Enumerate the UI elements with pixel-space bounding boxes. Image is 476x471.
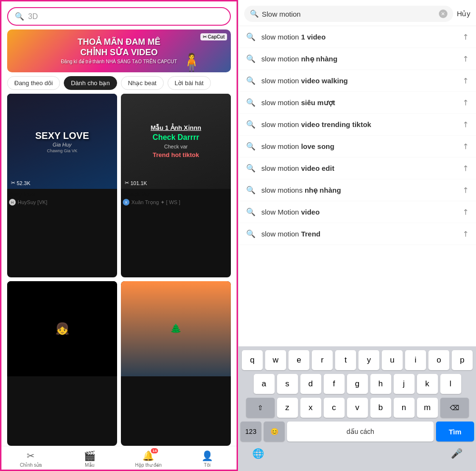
key-o[interactable]: o bbox=[428, 350, 449, 370]
key-q[interactable]: q bbox=[242, 350, 263, 370]
key-u[interactable]: u bbox=[382, 350, 403, 370]
delete-key[interactable]: ⌫ bbox=[440, 398, 469, 418]
banner: THOẢ MÃN ĐAM MÊ CHỈNH SỬA VIDEO Đăng kí … bbox=[7, 29, 231, 72]
key-n[interactable]: n bbox=[394, 398, 415, 418]
key-h[interactable]: h bbox=[370, 374, 391, 394]
right-panel: 🔍 ✕ Hủy 🔍 slow motion 1 video ↗ 🔍 slow m… bbox=[238, 0, 476, 471]
video-card-2[interactable]: Mẫu 1 Ảnh Xịnnn Check Darrrr Check var T… bbox=[121, 94, 231, 277]
left-search-input[interactable] bbox=[28, 12, 223, 21]
emoji-key[interactable]: 😊 bbox=[264, 422, 285, 442]
sugg-search-icon-8: 🔍 bbox=[246, 207, 256, 216]
key-i[interactable]: i bbox=[405, 350, 426, 370]
video-title-1: Sexy love bbox=[9, 191, 115, 198]
key-t[interactable]: t bbox=[335, 350, 356, 370]
kb-row-4: 123 😊 dấu cách Tìm bbox=[240, 422, 474, 442]
sugg-text-8: slow Motion video bbox=[261, 208, 462, 216]
kb-row-1: q w e r t y u i o p bbox=[240, 350, 474, 370]
left-search-bar[interactable]: 🔍 bbox=[7, 7, 231, 26]
right-search-input[interactable] bbox=[262, 10, 436, 18]
sugg-text-0: slow motion 1 video bbox=[261, 33, 462, 41]
sugg-search-icon-7: 🔍 bbox=[246, 186, 256, 195]
kb-row-2: a s d f g h j k l bbox=[240, 374, 474, 394]
capcut-badge: ✂ CapCut bbox=[200, 33, 227, 40]
kb-row-3: ⇧ z x c v b n m ⌫ bbox=[240, 398, 474, 418]
suggestion-list: 🔍 slow motion 1 video ↗ 🔍 slow motion nh… bbox=[238, 26, 476, 346]
suggestion-item-7[interactable]: 🔍 slow motions nhẹ nhàng ↗ bbox=[238, 179, 476, 201]
tab-lyrics[interactable]: Lời bài hát bbox=[168, 76, 211, 90]
right-search-header: 🔍 ✕ Hủy bbox=[238, 0, 476, 26]
video-thumb-3: 👧 bbox=[7, 281, 117, 376]
kb-row-5: 🌐 🎤 bbox=[240, 442, 474, 465]
key-e[interactable]: e bbox=[288, 350, 309, 370]
video-thumb-4: 🌲 bbox=[121, 281, 231, 376]
nav-profile[interactable]: 👤 Tôi bbox=[178, 450, 237, 468]
key-b[interactable]: b bbox=[370, 398, 391, 418]
key-z[interactable]: z bbox=[277, 398, 298, 418]
sugg-text-1: slow motion nhẹ nhàng bbox=[261, 55, 462, 63]
sugg-search-icon-2: 🔍 bbox=[246, 76, 256, 85]
bell-icon: 🔔14 bbox=[142, 450, 154, 461]
key-y[interactable]: y bbox=[358, 350, 379, 370]
search-key[interactable]: Tìm bbox=[436, 422, 474, 442]
key-x[interactable]: x bbox=[300, 398, 321, 418]
template-icon: 🎬 bbox=[84, 450, 96, 461]
nav-template[interactable]: 🎬 Mẫu bbox=[60, 450, 119, 468]
key-v[interactable]: v bbox=[347, 398, 368, 418]
suggestion-item-8[interactable]: 🔍 slow Motion video ↗ bbox=[238, 201, 476, 223]
video-thumb-1: SEXY LOVE Gia Huy Chawng Gia VK ✂ 52.3K bbox=[7, 94, 117, 189]
tab-for-you[interactable]: Dành cho bạn bbox=[64, 76, 117, 90]
key-m[interactable]: m bbox=[417, 398, 438, 418]
search-icon-left: 🔍 bbox=[15, 12, 24, 21]
key-r[interactable]: r bbox=[312, 350, 333, 370]
nav-inbox[interactable]: 🔔14 Hộp thư đến bbox=[119, 450, 178, 468]
video-info-1: Sexy love H HuySuy [VK] bbox=[7, 189, 117, 208]
bottom-nav: ✂ Chỉnh sửa 🎬 Mẫu 🔔14 Hộp thư đến 👤 Tôi bbox=[1, 446, 237, 470]
shift-key[interactable]: ⇧ bbox=[246, 398, 275, 418]
suggestion-item-3[interactable]: 🔍 slow motion siêu mượt ↗ bbox=[238, 92, 476, 114]
num-key[interactable]: 123 bbox=[240, 422, 261, 442]
scissors-icon: ✂ bbox=[27, 450, 35, 461]
sugg-text-5: slow motion love song bbox=[261, 142, 462, 150]
key-d[interactable]: d bbox=[300, 374, 321, 394]
video-card-1[interactable]: SEXY LOVE Gia Huy Chawng Gia VK ✂ 52.3K … bbox=[7, 94, 117, 277]
keyboard: q w e r t y u i o p a s d f g h j k l ⇧ … bbox=[238, 346, 476, 471]
nav-template-label: Mẫu bbox=[85, 462, 94, 468]
suggestion-item-2[interactable]: 🔍 slow motion video walking ↗ bbox=[238, 70, 476, 92]
suggestion-item-9[interactable]: 🔍 slow motion Trend ↗ bbox=[238, 223, 476, 245]
sugg-search-icon-3: 🔍 bbox=[246, 98, 256, 107]
key-k[interactable]: k bbox=[417, 374, 438, 394]
video-info-2: Check Var X Xuân Trọng ✦ [ WS ] bbox=[121, 189, 231, 208]
suggestion-item-0[interactable]: 🔍 slow motion 1 video ↗ bbox=[238, 26, 476, 48]
suggestion-item-1[interactable]: 🔍 slow motion nhẹ nhàng ↗ bbox=[238, 48, 476, 70]
tab-following[interactable]: Đang theo dõi bbox=[7, 76, 60, 90]
key-j[interactable]: j bbox=[394, 374, 415, 394]
tab-music[interactable]: Nhạc beat bbox=[121, 76, 164, 90]
suggestion-item-5[interactable]: 🔍 slow motion love song ↗ bbox=[238, 136, 476, 157]
mic-key[interactable]: 🎤 bbox=[445, 443, 468, 463]
key-a[interactable]: a bbox=[254, 374, 275, 394]
video-stats-2: ✂ 101.1K bbox=[125, 180, 147, 186]
globe-key[interactable]: 🌐 bbox=[246, 443, 270, 463]
sugg-search-icon-9: 🔍 bbox=[246, 229, 256, 238]
suggestion-item-4[interactable]: 🔍 slow motion video trending tiktok ↗ bbox=[238, 114, 476, 136]
video-grid: SEXY LOVE Gia Huy Chawng Gia VK ✂ 52.3K … bbox=[1, 94, 237, 446]
video-card-3[interactable]: 👧 bbox=[7, 281, 117, 446]
right-search-wrap: 🔍 ✕ bbox=[244, 6, 453, 22]
suggestion-item-6[interactable]: 🔍 slow motion video edit ↗ bbox=[238, 157, 476, 179]
key-s[interactable]: s bbox=[277, 374, 298, 394]
video-thumb-2: Mẫu 1 Ảnh Xịnnn Check Darrrr Check var T… bbox=[121, 94, 231, 189]
video-card-4[interactable]: 🌲 bbox=[121, 281, 231, 446]
key-l[interactable]: l bbox=[440, 374, 461, 394]
cancel-button[interactable]: Hủy bbox=[457, 10, 470, 18]
key-p[interactable]: p bbox=[452, 350, 473, 370]
sugg-text-6: slow motion video edit bbox=[261, 164, 462, 172]
video-author-2: X Xuân Trọng ✦ [ WS ] bbox=[123, 199, 229, 206]
key-f[interactable]: f bbox=[324, 374, 345, 394]
key-w[interactable]: w bbox=[265, 350, 286, 370]
space-key[interactable]: dấu cách bbox=[287, 422, 434, 442]
key-g[interactable]: g bbox=[347, 374, 368, 394]
key-c[interactable]: c bbox=[324, 398, 345, 418]
sugg-text-3: slow motion siêu mượt bbox=[261, 98, 462, 107]
clear-search-button[interactable]: ✕ bbox=[439, 10, 447, 18]
nav-edit[interactable]: ✂ Chỉnh sửa bbox=[1, 450, 60, 468]
